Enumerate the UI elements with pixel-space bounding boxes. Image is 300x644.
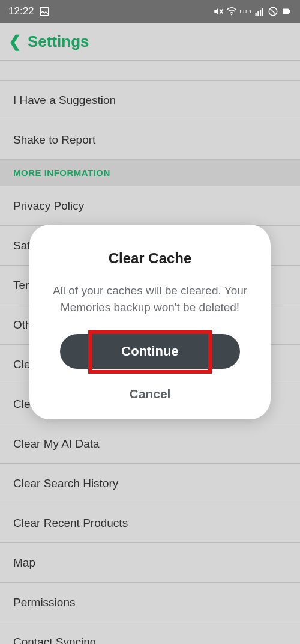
settings-row-suggestion[interactable]: I Have a Suggestion [0,80,300,120]
svg-rect-10 [283,9,289,14]
signal-icon [254,6,265,17]
dialog-body: All of your caches will be cleared. Your… [46,282,254,315]
row-label: Map [13,556,35,570]
svg-rect-11 [289,10,290,13]
svg-rect-7 [262,8,263,16]
settings-row-map[interactable]: Map [0,543,300,583]
svg-rect-0 [40,7,49,16]
wifi-icon [226,6,237,17]
svg-point-3 [231,14,232,15]
status-time: 12:22 [8,5,34,17]
row-label: Clear Recent Products [13,517,128,530]
row-label: Shake to Report [13,133,95,147]
svg-rect-5 [257,11,259,16]
dialog-title: Clear Cache [46,250,254,267]
image-icon [39,6,50,17]
status-bar: 12:22 LTE1 [0,0,300,23]
network-label: LTE1 [239,9,252,14]
svg-rect-6 [260,10,261,16]
settings-row-clear-ai[interactable]: Clear My AI Data [0,424,300,464]
row-label: Clear My AI Data [13,437,100,451]
page-title: Settings [28,32,89,51]
row-label: Contact Syncing [13,636,96,644]
row-label: I Have a Suggestion [13,94,116,107]
settings-row-privacy[interactable]: Privacy Policy [0,186,300,226]
app-header: ❮ Settings [0,23,300,60]
settings-row-permissions[interactable]: Permissions [0,583,300,622]
do-not-disturb-icon [268,6,278,17]
settings-row-clear-products[interactable]: Clear Recent Products [0,503,300,543]
row-label: Permissions [13,596,75,609]
settings-row-shake[interactable]: Shake to Report [0,120,300,160]
continue-button[interactable]: Continue [60,334,240,369]
back-icon[interactable]: ❮ [8,34,22,49]
settings-row-truncated[interactable]: . [0,60,300,80]
settings-row-contacts[interactable]: Contact Syncing [0,622,300,644]
clear-cache-dialog: Clear Cache All of your caches will be c… [29,225,271,419]
settings-row-clear-search[interactable]: Clear Search History [0,464,300,503]
svg-rect-4 [256,13,257,16]
battery-icon [281,6,292,17]
section-header-more-info: MORE INFORMATION [0,160,300,186]
cancel-button[interactable]: Cancel [130,387,171,401]
svg-line-9 [270,8,277,15]
row-label: Privacy Policy [13,199,84,213]
row-label: Clear Search History [13,477,118,490]
mute-icon [213,6,224,17]
